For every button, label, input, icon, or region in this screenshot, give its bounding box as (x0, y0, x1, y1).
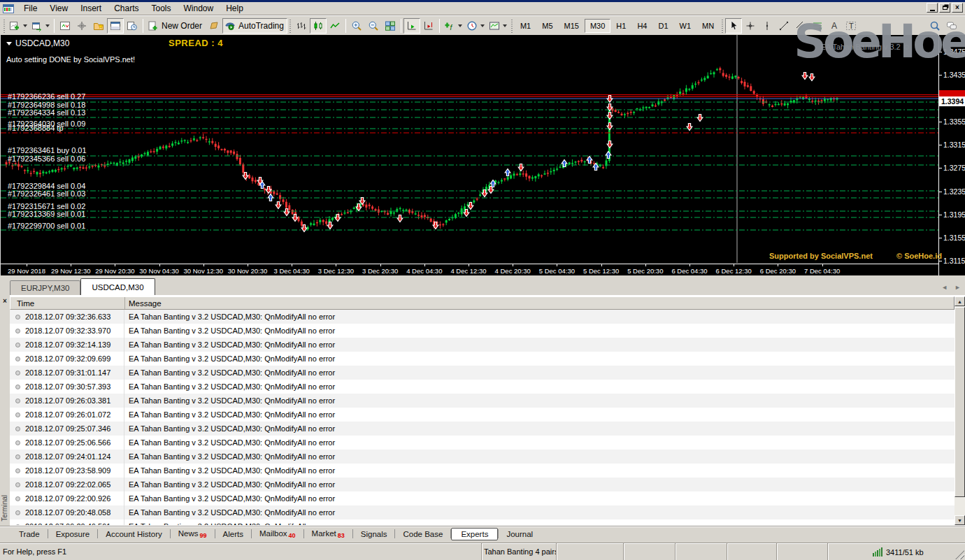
toolbar-grip[interactable] (721, 19, 724, 33)
log-row[interactable]: 2018.12.07 09:30:57.393EA Tahan Banting … (10, 380, 955, 394)
terminal-tab-experts[interactable]: Experts (451, 528, 498, 540)
menu-tools[interactable]: Tools (145, 2, 178, 15)
scroll-down-button[interactable]: ▼ (955, 515, 965, 525)
scroll-up-button[interactable]: ▲ (955, 296, 965, 306)
terminal-tab-mailbox[interactable]: Mailbox40 (252, 528, 303, 540)
vertical-line-button[interactable] (759, 18, 775, 34)
log-row[interactable]: 2018.12.07 09:24:01.124EA Tahan Banting … (10, 450, 955, 464)
search-button[interactable] (927, 18, 943, 34)
text-tool-button[interactable]: A (826, 18, 843, 34)
chart-tab-usdcadm30[interactable]: USDCAD,M30 (80, 278, 155, 295)
timeframe-mn[interactable]: MN (696, 19, 720, 33)
timeframe-h4[interactable]: H4 (631, 19, 652, 33)
terminal-tab-signals[interactable]: Signals (353, 529, 395, 540)
terminal-tab-journal[interactable]: Journal (499, 529, 541, 540)
log-row[interactable]: 2018.12.07 09:26:01.072EA Tahan Banting … (10, 408, 955, 422)
symbol-collapse-icon[interactable] (6, 42, 12, 45)
log-row[interactable]: 2018.12.07 09:25:07.346EA Tahan Banting … (10, 422, 955, 436)
menu-help[interactable]: Help (220, 2, 250, 15)
timeframe-w1[interactable]: W1 (674, 19, 697, 33)
trendline-button[interactable] (775, 18, 792, 34)
time-column-header[interactable]: Time (10, 297, 125, 309)
menu-window[interactable]: Window (178, 2, 220, 15)
menu-insert[interactable]: Insert (74, 2, 108, 15)
log-row[interactable]: 2018.12.07 09:22:02.065EA Tahan Banting … (10, 478, 955, 491)
scrollbar-thumb[interactable] (955, 307, 965, 497)
terminal-tab-accounthistory[interactable]: Account History (98, 529, 170, 540)
crosshair-button[interactable] (742, 18, 759, 34)
new-order-button[interactable]: New Order (145, 18, 206, 34)
candlestick-chart-button[interactable] (310, 18, 327, 34)
timeframe-m5[interactable]: M5 (536, 19, 558, 33)
toolbar-grip[interactable] (510, 19, 513, 33)
scroll-left-icon[interactable]: ◄ (941, 284, 948, 291)
log-row[interactable]: 2018.12.07 09:20:46.561EA Tahan Banting … (10, 519, 955, 525)
profiles-button[interactable] (29, 18, 52, 34)
timeframe-m30[interactable]: M30 (585, 19, 610, 33)
navigator-button[interactable] (90, 18, 107, 34)
log-row[interactable]: 2018.12.07 09:32:14.139EA Tahan Banting … (10, 338, 955, 352)
message-column-header[interactable]: Message (125, 299, 954, 308)
autotrading-button[interactable]: AutoTrading (222, 18, 287, 34)
text-label-button[interactable]: T (843, 18, 859, 34)
timeframe-d1[interactable]: D1 (652, 19, 673, 33)
time-axis[interactable]: 29 Nov 201829 Nov 12:3029 Nov 20:3030 No… (1, 264, 938, 275)
timeframe-h1[interactable]: H1 (610, 19, 631, 33)
log-row[interactable]: 2018.12.07 09:22:00.926EA Tahan Banting … (10, 491, 955, 505)
status-help-text: For Help, press F1 (0, 547, 481, 556)
templates-button[interactable] (487, 18, 509, 34)
log-row[interactable]: 2018.12.07 09:20:48.058EA Tahan Banting … (10, 505, 955, 519)
log-row[interactable]: 2018.12.07 09:26:03.381EA Tahan Banting … (10, 394, 955, 408)
terminal-tab-codebase[interactable]: Code Base (395, 529, 450, 540)
equidistant-channel-button[interactable] (792, 18, 809, 34)
terminal-scrollbar[interactable]: ▲ ▼ (955, 296, 965, 525)
timeframe-m15[interactable]: M15 (559, 19, 585, 33)
periods-button[interactable] (464, 18, 487, 34)
line-chart-button[interactable] (327, 18, 343, 34)
chart-tab-eurjpym30[interactable]: EURJPY,M30 (10, 280, 80, 295)
metaeditor-button[interactable] (206, 18, 222, 34)
log-row[interactable]: 2018.12.07 09:31:01.147EA Tahan Banting … (10, 366, 955, 380)
cursor-button[interactable] (725, 18, 742, 34)
menu-view[interactable]: View (43, 2, 74, 15)
price-scale[interactable]: 1.3394 1.34751.34351.33551.33151.32751.3… (939, 35, 965, 275)
indicators-button[interactable]: f (442, 18, 464, 34)
tile-windows-button[interactable] (382, 18, 399, 34)
candlestick-canvas[interactable] (1, 35, 938, 263)
minimize-button[interactable] (927, 3, 938, 13)
menu-file[interactable]: File (17, 2, 43, 15)
log-row[interactable]: 2018.12.07 09:23:58.909EA Tahan Banting … (10, 464, 955, 478)
log-row[interactable]: 2018.12.07 09:32:09.699EA Tahan Banting … (10, 352, 955, 366)
feedback-button[interactable] (943, 18, 960, 34)
market-watch-button[interactable] (57, 18, 73, 34)
data-window-button[interactable] (73, 18, 90, 34)
terminal-tab-exposure[interactable]: Exposure (48, 529, 98, 540)
terminal-tab-trade[interactable]: Trade (11, 529, 48, 540)
chart-shift-button[interactable] (420, 18, 437, 34)
menu-charts[interactable]: Charts (108, 2, 145, 15)
terminal-tab-market[interactable]: Market83 (304, 528, 352, 540)
terminal-tab-news[interactable]: News99 (171, 528, 215, 540)
zoom-out-button[interactable] (365, 18, 382, 34)
timeframe-m1[interactable]: M1 (515, 19, 536, 33)
terminal-tab-alerts[interactable]: Alerts (215, 529, 251, 540)
terminal-panel-button[interactable] (107, 18, 124, 34)
terminal-close-button[interactable]: × (1, 297, 9, 306)
toolbar-grip[interactable] (289, 19, 292, 33)
log-row[interactable]: 2018.12.07 09:25:06.566EA Tahan Banting … (10, 436, 955, 450)
fibonacci-button[interactable]: F (809, 18, 826, 34)
scroll-right-icon[interactable]: ► (955, 284, 961, 291)
log-row[interactable]: 2018.12.07 09:32:36.633EA Tahan Banting … (10, 310, 955, 324)
restore-button[interactable] (939, 3, 950, 13)
close-button[interactable]: × (952, 3, 963, 13)
strategy-tester-button[interactable] (124, 18, 141, 34)
chart-plot[interactable]: #1792366236 sell 0.27#1792364998 sell 0.… (1, 35, 938, 263)
app-icon[interactable] (3, 4, 14, 13)
traffic-bar (881, 547, 882, 557)
bar-chart-button[interactable] (293, 18, 310, 34)
toolbar-grip[interactable] (3, 19, 6, 33)
new-chart-button[interactable] (7, 18, 29, 34)
auto-scroll-button[interactable] (403, 18, 420, 34)
zoom-in-button[interactable] (348, 18, 365, 34)
log-row[interactable]: 2018.12.07 09:32:33.970EA Tahan Banting … (10, 324, 955, 338)
